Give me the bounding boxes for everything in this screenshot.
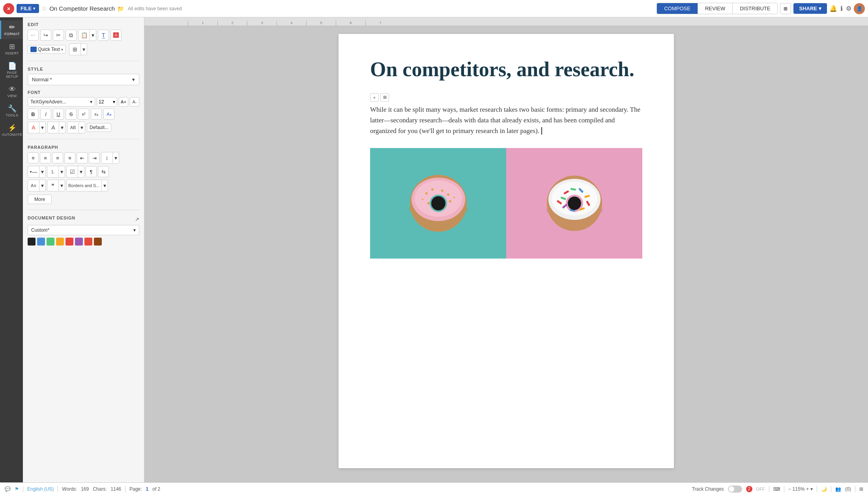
undo-button[interactable]: ↩ [28, 30, 39, 41]
borders-button[interactable]: Borders and S... [67, 180, 101, 191]
font-size-select[interactable]: 12 ▾ [97, 97, 117, 107]
palette-swatch-4[interactable] [56, 238, 64, 246]
indent-less-button[interactable]: ⇤ [77, 152, 88, 163]
avatar[interactable]: 👤 [854, 3, 865, 14]
notification-icon[interactable]: 🔔 [829, 5, 837, 12]
char-spacing-button[interactable]: AB [67, 122, 79, 133]
document-title[interactable]: On Competitor Research [49, 5, 115, 12]
bullets-button[interactable]: •— [28, 166, 39, 177]
align-right-button[interactable]: ≡ [52, 152, 63, 163]
doc-area[interactable]: On competitors, and research. + ⊞ While … [144, 26, 868, 482]
text-dir-button[interactable]: ⇆ [98, 166, 109, 177]
zoom-increase[interactable]: + [806, 486, 809, 492]
doc-design-external-icon[interactable]: ↗ [135, 216, 139, 222]
paste-button[interactable]: 📋 [79, 30, 90, 41]
tab-review[interactable]: REVIEW [698, 3, 733, 14]
sidebar-item-format[interactable]: ✏ FORMAT [0, 21, 23, 39]
palette-swatch-8[interactable] [94, 238, 102, 246]
numbered-button[interactable]: 1. [47, 166, 58, 177]
keyboard-icon[interactable]: ⌨ [773, 486, 780, 492]
paste-dropdown[interactable]: ▾ [90, 30, 96, 41]
indent-a-caret[interactable]: ▾ [39, 180, 45, 191]
img-grid-button[interactable]: ⊞ [380, 93, 389, 102]
indent-a-button[interactable]: A≡ [28, 180, 39, 191]
users-count: (0) [845, 486, 851, 492]
quote-caret[interactable]: ▾ [58, 180, 65, 191]
subscript-button[interactable]: x₂ [91, 109, 102, 120]
bold-button[interactable]: B [28, 109, 39, 120]
zoom-caret[interactable]: ▾ [810, 486, 813, 492]
clear-color-button[interactable]: 🅰 [110, 30, 122, 41]
flag-icon[interactable]: ⚑ [15, 486, 19, 492]
folder-icon[interactable]: 📁 [117, 6, 124, 12]
file-button[interactable]: FILE ▾ [17, 4, 39, 13]
grid-view-icon[interactable]: ⊞ [859, 486, 863, 492]
borders-caret[interactable]: ▾ [101, 180, 108, 191]
font-decrease-button[interactable]: A- [130, 97, 139, 107]
quick-text-icon [30, 47, 37, 52]
font-name-select[interactable]: TeXGyreAdven... ▾ [28, 97, 95, 107]
sidebar-item-view[interactable]: 👁 VIEW [0, 82, 23, 101]
tab-distribute[interactable]: DISTRIBUTE [733, 3, 777, 14]
separator-3 [28, 210, 139, 210]
settings-icon[interactable]: ⚙ [846, 5, 851, 12]
zoom-decrease[interactable]: − [788, 486, 791, 492]
eye-button[interactable]: ⊞ [69, 44, 80, 55]
quote-button[interactable]: ❝ [47, 180, 58, 191]
indent-more-button[interactable]: ⇥ [89, 152, 100, 163]
sidebar-item-tools[interactable]: 🔧 TOOLS [0, 102, 23, 120]
comment-icon[interactable]: 💬 [5, 486, 11, 492]
palette-swatch-1[interactable] [28, 238, 36, 246]
palette-swatch-6[interactable] [75, 238, 83, 246]
redo-button[interactable]: ↪ [40, 30, 51, 41]
italic-button[interactable]: I [40, 109, 51, 120]
style-select[interactable]: Normal * ▾ [28, 74, 139, 85]
sidebar-item-insert[interactable]: ⊞ INSERT [0, 40, 23, 58]
default-button[interactable]: Default... [87, 123, 111, 132]
palette-swatch-3[interactable] [47, 238, 54, 246]
char-spacing-caret[interactable]: ▾ [79, 122, 85, 133]
line-spacing-button[interactable]: ↕ [101, 152, 112, 163]
cut-button[interactable]: ✂ [53, 30, 64, 41]
highlight-caret[interactable]: ▾ [59, 122, 65, 133]
info-icon[interactable]: ℹ [840, 5, 843, 12]
strikethrough-button[interactable]: S [65, 109, 77, 120]
more-button[interactable]: More [28, 195, 52, 204]
numbered-caret[interactable]: ▾ [58, 166, 65, 177]
superscript-button[interactable]: x² [78, 109, 89, 120]
view-toggle-button[interactable]: ⊞ [780, 3, 791, 14]
underline-button[interactable]: U [53, 109, 64, 120]
highlight-button[interactable]: A [48, 122, 59, 133]
text-color-caret[interactable]: ▾ [39, 122, 45, 133]
checklist-caret[interactable]: ▾ [78, 166, 84, 177]
align-justify-button[interactable]: ≡ [64, 152, 75, 163]
share-button[interactable]: SHARE ▾ [793, 3, 827, 14]
quick-text-button[interactable]: Quick Text ▾ [28, 45, 66, 54]
tab-compose[interactable]: COMPOSE [657, 3, 698, 14]
moon-icon[interactable]: 🌙 [821, 486, 827, 492]
close-button[interactable]: × [3, 3, 14, 14]
users-icon[interactable]: 👥 [835, 486, 841, 492]
checklist-button[interactable]: ☑ [67, 166, 78, 177]
img-add-button[interactable]: + [370, 93, 379, 102]
clear-format-button[interactable]: T̲ [98, 30, 109, 41]
sidebar-item-automate[interactable]: ⚡ AUTOMATE [0, 121, 23, 140]
align-left-button[interactable]: ≡ [28, 152, 39, 163]
font-increase-button[interactable]: A+ [119, 97, 128, 107]
doc-design-select[interactable]: Custom* ▾ [28, 225, 139, 235]
align-center-button[interactable]: ≡ [40, 152, 51, 163]
track-changes-toggle[interactable] [728, 486, 742, 493]
eye-caret[interactable]: ▾ [80, 44, 87, 55]
palette-swatch-5[interactable] [65, 238, 73, 246]
line-spacing-caret[interactable]: ▾ [112, 152, 119, 163]
language-selector[interactable]: English (US) [27, 486, 54, 492]
copy-button[interactable]: ⧉ [65, 30, 77, 41]
bullets-caret[interactable]: ▾ [39, 166, 45, 177]
pilcrow-button[interactable]: ¶ [86, 166, 97, 177]
star-icon[interactable]: ☆ [41, 5, 47, 12]
palette-swatch-7[interactable] [84, 238, 92, 246]
sidebar-item-page-setup[interactable]: 📄 PAGE SETUP [0, 59, 23, 82]
text-color-button[interactable]: A [28, 122, 39, 133]
palette-swatch-2[interactable] [37, 238, 45, 246]
color-button[interactable]: A₃ [103, 109, 114, 120]
